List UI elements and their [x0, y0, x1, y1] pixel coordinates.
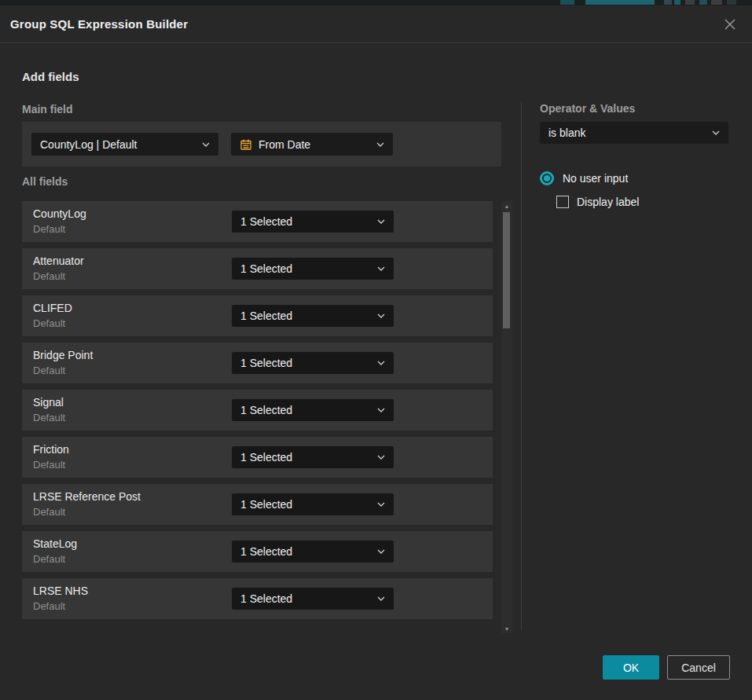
field-selection-dropdown[interactable]: 1 Selected [232, 352, 394, 374]
display-label-label: Display label [577, 196, 639, 208]
cancel-button[interactable]: Cancel [667, 655, 730, 680]
main-field-box: CountyLog | Default F [22, 122, 501, 167]
panel-divider [521, 102, 522, 630]
field-row: Bridge Point Default 1 Selected [22, 343, 493, 383]
field-row: Attenuator Default 1 Selected [22, 248, 493, 289]
operator-values-label: Operator & Values [540, 102, 728, 115]
all-fields-list: CountyLog Default 1 Selected Attenuator … [22, 201, 493, 632]
field-row: CountyLog Default 1 Selected [22, 201, 493, 242]
no-user-input-label: No user input [563, 172, 628, 185]
chevron-down-icon [376, 142, 384, 147]
list-scrollbar[interactable]: ▲ ▼ [501, 201, 512, 633]
field-row: Signal Default 1 Selected [22, 390, 493, 431]
main-field-label: Main field [22, 103, 73, 115]
field-row: StateLog Default 1 Selected [22, 531, 493, 572]
chevron-down-icon [377, 266, 385, 271]
field-selection-value: 1 Selected [240, 357, 292, 369]
chevron-down-icon [377, 502, 385, 507]
field-selection-dropdown[interactable]: 1 Selected [232, 258, 394, 280]
field-row: LRSE NHS Default 1 Selected [22, 578, 493, 619]
chevron-down-icon [712, 130, 720, 135]
field-selection-dropdown[interactable]: 1 Selected [232, 541, 394, 563]
chevron-down-icon [377, 455, 385, 460]
no-user-input-option[interactable]: No user input [540, 171, 728, 185]
group-sql-expression-builder-dialog: Group SQL Expression Builder Add fields … [0, 5, 752, 700]
scrollbar-thumb[interactable] [503, 212, 510, 328]
main-field-select-value: From Date [259, 138, 310, 151]
main-field-select[interactable]: From Date [231, 133, 393, 156]
scroll-up-icon[interactable]: ▲ [501, 201, 512, 211]
operator-values-panel: Operator & Values is blank No user input… [540, 102, 728, 208]
field-selection-dropdown[interactable]: 1 Selected [232, 211, 394, 233]
operator-select-value: is blank [548, 126, 585, 139]
chevron-down-icon [377, 313, 385, 318]
field-selection-value: 1 Selected [240, 215, 292, 228]
field-selection-value: 1 Selected [240, 404, 292, 416]
field-selection-value: 1 Selected [240, 545, 292, 558]
all-fields-label: All fields [22, 175, 68, 188]
field-selection-value: 1 Selected [240, 498, 292, 511]
scroll-down-icon[interactable]: ▼ [501, 624, 512, 633]
add-fields-heading: Add fields [22, 70, 79, 83]
field-selection-dropdown[interactable]: 1 Selected [232, 446, 394, 468]
field-selection-dropdown[interactable]: 1 Selected [232, 399, 394, 421]
field-selection-value: 1 Selected [240, 310, 292, 322]
dialog-content: Add fields Main field CountyLog | Defaul… [0, 44, 752, 700]
layer-select[interactable]: CountyLog | Default [31, 133, 218, 156]
field-selection-dropdown[interactable]: 1 Selected [232, 305, 394, 327]
layer-select-value: CountyLog | Default [40, 138, 138, 151]
display-label-option[interactable]: Display label [556, 196, 728, 208]
field-row: LRSE Reference Post Default 1 Selected [22, 484, 493, 525]
chevron-down-icon [377, 408, 385, 412]
chevron-down-icon [377, 549, 385, 554]
field-row: CLIFED Default 1 Selected [22, 295, 493, 336]
field-row: Friction Default 1 Selected [22, 437, 493, 478]
chevron-down-icon [377, 596, 385, 601]
ok-button[interactable]: OK [603, 655, 659, 680]
dialog-footer: OK Cancel [603, 655, 730, 680]
field-selection-value: 1 Selected [240, 592, 292, 605]
radio-selected-icon[interactable] [540, 171, 554, 185]
dialog-title: Group SQL Expression Builder [10, 17, 188, 31]
field-selection-value: 1 Selected [240, 451, 292, 464]
close-icon[interactable] [721, 15, 739, 34]
field-selection-value: 1 Selected [240, 262, 292, 275]
field-selection-dropdown[interactable]: 1 Selected [232, 493, 394, 515]
background-app-strip [0, 0, 752, 5]
chevron-down-icon [377, 361, 385, 365]
calendar-icon [240, 138, 252, 151]
chevron-down-icon [377, 219, 385, 224]
dialog-titlebar: Group SQL Expression Builder [0, 5, 752, 43]
chevron-down-icon [202, 142, 210, 147]
operator-select[interactable]: is blank [540, 122, 728, 144]
checkbox-unchecked-icon[interactable] [556, 196, 569, 208]
field-selection-dropdown[interactable]: 1 Selected [232, 588, 394, 610]
